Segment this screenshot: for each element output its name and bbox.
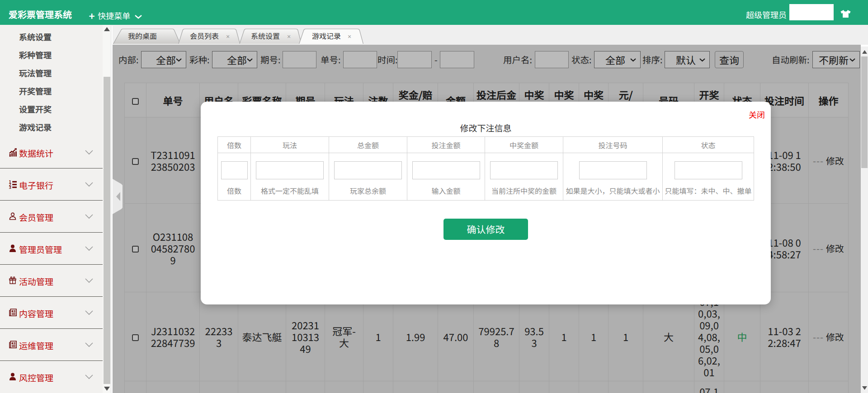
svg-text:会员列表: 会员列表: [190, 30, 219, 41]
svg-text:×: ×: [348, 32, 351, 41]
svg-text:×: ×: [226, 32, 230, 41]
svg-text:系统设置: 系统设置: [251, 30, 280, 41]
svg-text:游戏记录: 游戏记录: [312, 30, 341, 41]
svg-text:×: ×: [287, 32, 291, 41]
svg-text:我的桌面: 我的桌面: [128, 30, 157, 41]
svg-text:3: 3: [9, 184, 11, 189]
